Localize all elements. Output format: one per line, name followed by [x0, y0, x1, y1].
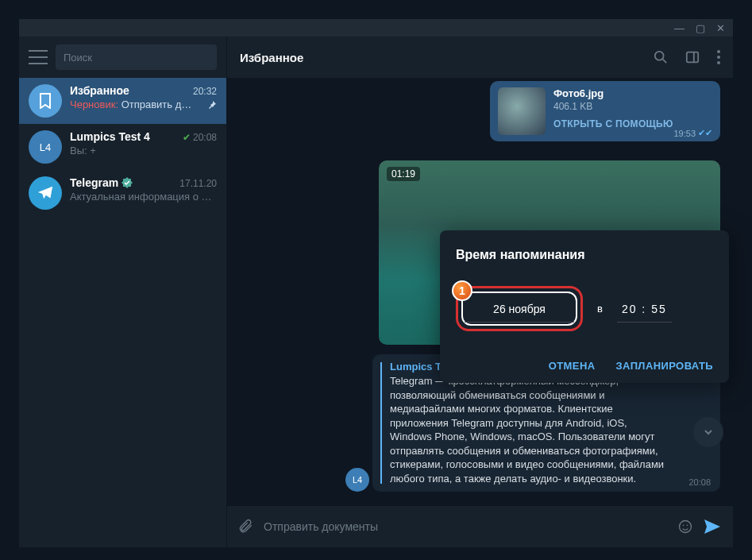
file-message[interactable]: Фото6.jpg 406.1 KB ОТКРЫТЬ С ПОМОЩЬЮ 19:…: [490, 81, 720, 141]
cancel-button[interactable]: ОТМЕНА: [549, 360, 596, 372]
sidebar: Поиск Избранное 20:32 Черновик: Отправит…: [19, 37, 227, 547]
message-time: 20:08: [688, 477, 711, 487]
message-text: Telegram — кроссплатформенный мессенджер…: [390, 374, 669, 485]
chat-time: 20:32: [193, 86, 217, 97]
chat-preview: Черновик: Отправить д…: [70, 98, 191, 110]
attach-icon[interactable]: [238, 519, 254, 535]
svg-point-10: [687, 525, 688, 527]
chat-name: Lumpics Test 4: [70, 130, 150, 143]
svg-rect-3: [687, 52, 698, 63]
svg-point-8: [680, 521, 692, 533]
pin-icon: [207, 100, 217, 110]
svg-point-1: [655, 52, 664, 60]
chat-preview: Актуальная информация о …: [70, 191, 212, 203]
svg-point-9: [683, 525, 685, 527]
chat-item-saved[interactable]: Избранное 20:32 Черновик: Отправить д…: [19, 78, 226, 124]
chat-time: ✔20:08: [183, 132, 217, 143]
video-duration: 01:19: [387, 167, 420, 181]
window-close[interactable]: ✕: [716, 23, 725, 33]
date-input[interactable]: 26 ноября: [465, 295, 574, 322]
chat-title: Избранное: [240, 51, 303, 64]
more-icon[interactable]: [717, 50, 720, 64]
avatar: [29, 176, 62, 210]
svg-point-5: [717, 50, 720, 53]
composer: Отправить документы: [227, 506, 733, 547]
message-input[interactable]: Отправить документы: [264, 520, 668, 533]
chat-header: Избранное: [227, 37, 733, 78]
search-icon[interactable]: [654, 50, 668, 64]
reminder-modal: Время напоминания 1 26 ноября в 20 : 55 …: [440, 230, 729, 383]
date-field-highlight: 1 26 ноября: [456, 286, 583, 331]
svg-point-7: [717, 61, 720, 64]
svg-line-2: [663, 60, 667, 64]
svg-point-6: [717, 56, 720, 59]
time-input[interactable]: 20 : 55: [617, 295, 672, 322]
send-icon[interactable]: [703, 518, 722, 535]
chat-time: 17.11.20: [179, 178, 217, 189]
side-panel-icon[interactable]: [685, 50, 700, 64]
read-check-icon: ✔✔: [698, 128, 712, 138]
window-maximize[interactable]: ▢: [696, 23, 705, 33]
menu-icon[interactable]: [29, 50, 48, 64]
chat-item-telegram[interactable]: Telegram 17.11.20 Актуальная информация …: [19, 170, 226, 216]
file-size: 406.1 KB: [553, 101, 712, 112]
annotation-badge: 1: [452, 280, 472, 301]
emoji-icon[interactable]: [677, 519, 693, 535]
modal-title: Время напоминания: [456, 248, 713, 262]
read-check-icon: ✔: [183, 132, 191, 143]
bookmark-icon: [29, 84, 62, 118]
chat-name: Избранное: [70, 84, 129, 97]
file-name: Фото6.jpg: [553, 87, 712, 99]
file-time: 19:53✔✔: [673, 128, 712, 138]
schedule-button[interactable]: ЗАПЛАНИРОВАТЬ: [615, 360, 713, 372]
search-input[interactable]: Поиск: [56, 44, 217, 70]
verified-icon: [121, 177, 133, 188]
chat-pane: Избранное Фото6.jpg 406.1 KB ОТКРЫТЬ С П…: [227, 37, 733, 547]
avatar: L4: [29, 130, 62, 164]
file-thumbnail: [498, 87, 546, 135]
avatar: L4: [345, 468, 369, 492]
window-minimize[interactable]: —: [674, 23, 685, 33]
at-label: в: [597, 303, 603, 315]
chat-preview: Вы: +: [70, 145, 96, 156]
chat-item-lumpics[interactable]: L4 Lumpics Test 4 ✔20:08 Вы: +: [19, 124, 226, 170]
chat-name: Telegram: [70, 176, 133, 189]
scroll-down-button[interactable]: [693, 417, 723, 447]
window-titlebar: — ▢ ✕: [19, 19, 733, 37]
